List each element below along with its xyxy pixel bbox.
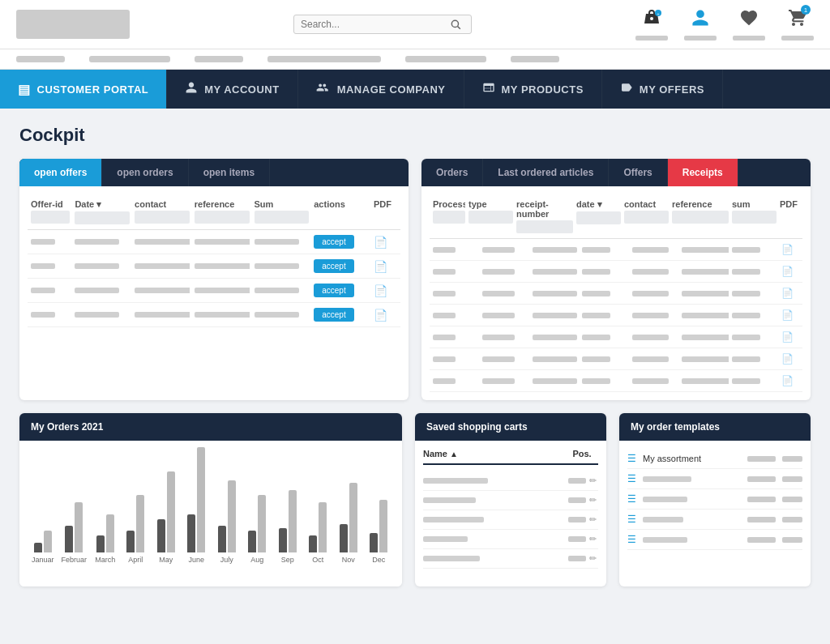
table-row: accept 📄 xyxy=(28,230,400,254)
breadcrumb-6 xyxy=(511,56,559,62)
pdf-icon[interactable]: 📄 xyxy=(781,266,794,277)
search-input[interactable] xyxy=(301,19,447,30)
left-table-area: Offer-id Date ▾ contact reference xyxy=(19,186,409,335)
breadcrumb-3 xyxy=(195,56,243,62)
carts-header: Name ▲ Pos. xyxy=(423,449,598,465)
tab-open-items[interactable]: open items xyxy=(189,159,270,186)
tab-open-offers[interactable]: open offers xyxy=(19,159,102,186)
cart-nav[interactable]: 1 xyxy=(781,8,814,41)
order-templates-title: My order templates xyxy=(619,413,811,441)
nav-manage-company[interactable]: MANAGE COMPANY xyxy=(298,70,464,109)
wishlist-icon xyxy=(739,8,759,32)
nav-my-account[interactable]: MY ACCOUNT xyxy=(167,70,297,109)
bar-light xyxy=(379,500,387,552)
pdf-icon[interactable]: 📄 xyxy=(374,236,387,249)
nav-my-products-label: MY PRODUCTS xyxy=(502,83,584,96)
tab-open-orders[interactable]: open orders xyxy=(102,159,188,186)
col-sum: Sum xyxy=(255,199,310,224)
bar-label: Dec xyxy=(372,556,385,564)
accept-button[interactable]: accept xyxy=(314,259,353,273)
pdf-icon[interactable]: 📄 xyxy=(781,331,794,343)
accept-button[interactable]: accept xyxy=(314,284,353,297)
edit-icon[interactable]: ✏ xyxy=(589,553,597,564)
table-row: 📄 xyxy=(430,326,802,348)
filter-rsum[interactable] xyxy=(732,211,777,224)
filter-receipt-number[interactable] xyxy=(516,220,573,233)
svg-text:+: + xyxy=(657,11,660,16)
wishlist-nav[interactable] xyxy=(733,8,765,41)
table-row: 📄 xyxy=(430,305,802,326)
filter-sum[interactable] xyxy=(255,211,310,224)
bar-group: Dec xyxy=(367,500,391,564)
filter-type[interactable] xyxy=(468,211,513,224)
table-row: accept 📄 xyxy=(28,254,400,279)
filter-date[interactable] xyxy=(75,211,130,224)
table-row: 📄 xyxy=(430,348,802,370)
filter-offer-id[interactable] xyxy=(31,211,70,224)
bar-dark xyxy=(187,514,195,552)
tab-offers[interactable]: Offers xyxy=(609,159,667,186)
filter-rcontact[interactable] xyxy=(624,211,669,224)
bar-group: Aug xyxy=(246,495,270,564)
rcol-date: date ▾ xyxy=(576,199,621,233)
cart-rows: ✏✏✏✏✏ xyxy=(423,471,598,569)
sort-icon[interactable]: ▲ xyxy=(450,450,458,458)
filter-process[interactable] xyxy=(433,211,465,224)
rcol-sum: sum xyxy=(732,199,777,233)
pdf-icon[interactable]: 📄 xyxy=(374,309,387,322)
filter-rdate[interactable] xyxy=(576,211,621,224)
pdf-icon[interactable]: 📄 xyxy=(781,375,794,386)
bar-label: Nov xyxy=(342,556,355,564)
nav-my-offers[interactable]: MY OFFERS xyxy=(602,70,723,109)
chart-area: JanuarFebruarMarchAprilMayJuneJulyAugSep… xyxy=(19,441,402,586)
edit-icon[interactable]: ✏ xyxy=(589,476,597,486)
bar-label: Februar xyxy=(62,556,88,564)
rcol-pdf: PDF xyxy=(780,199,798,233)
pdf-icon[interactable]: 📄 xyxy=(374,260,387,273)
bar-group: March xyxy=(93,514,118,564)
tab-orders[interactable]: Orders xyxy=(421,159,483,186)
nav-my-offers-label: MY OFFERS xyxy=(640,83,704,96)
my-offers-icon xyxy=(620,81,633,97)
cart-icon: 1 xyxy=(788,8,807,32)
bar-light xyxy=(106,514,114,552)
filter-reference[interactable] xyxy=(195,211,250,224)
tab-receipts[interactable]: Receipts xyxy=(668,159,738,186)
account-nav[interactable] xyxy=(684,8,717,41)
edit-icon[interactable]: ✏ xyxy=(589,514,597,525)
bar-label: Aug xyxy=(250,556,263,564)
cart-label xyxy=(781,36,814,41)
top-header: + 1 xyxy=(0,0,830,49)
filter-contact[interactable] xyxy=(135,211,190,224)
table-row: 📄 xyxy=(430,261,802,283)
pdf-icon[interactable]: 📄 xyxy=(781,353,794,365)
filter-rreference[interactable] xyxy=(672,211,729,224)
bar-label: Oct xyxy=(312,556,323,564)
edit-icon[interactable]: ✏ xyxy=(589,495,597,505)
nav-my-products[interactable]: MY PRODUCTS xyxy=(464,70,602,109)
search-icon xyxy=(450,19,461,30)
accept-button[interactable]: accept xyxy=(314,308,353,322)
list-icon: ☰ xyxy=(627,514,636,525)
edit-icon[interactable]: ✏ xyxy=(589,534,597,544)
shopping-carts-card: Saved shopping carts Name ▲ Pos. ✏✏✏✏✏ xyxy=(415,413,606,586)
bar-group: June xyxy=(185,447,209,564)
bar-dark xyxy=(126,531,135,552)
pdf-icon[interactable]: 📄 xyxy=(374,284,387,297)
nav-manage-company-label: MANAGE COMPANY xyxy=(337,83,446,96)
add-to-cart-icon: + xyxy=(642,8,661,32)
list-icon: ☰ xyxy=(627,493,636,505)
pdf-icon[interactable]: 📄 xyxy=(781,244,794,255)
tab-last-ordered[interactable]: Last ordered articles xyxy=(483,159,609,186)
order-templates-card: My order templates ☰My assortment☰☰☰☰ xyxy=(619,413,811,586)
bar-light xyxy=(228,480,236,552)
accept-button[interactable]: accept xyxy=(314,235,353,249)
search-bar[interactable] xyxy=(293,15,472,34)
add-to-cart-nav[interactable]: + xyxy=(635,8,668,41)
pdf-icon[interactable]: 📄 xyxy=(781,288,794,299)
bar-dark xyxy=(96,535,105,552)
wishlist-label xyxy=(733,36,765,41)
customer-portal-icon: ▤ xyxy=(18,82,31,97)
pdf-icon[interactable]: 📄 xyxy=(781,309,794,321)
nav-customer-portal[interactable]: ▤ CUSTOMER PORTAL xyxy=(0,70,167,109)
